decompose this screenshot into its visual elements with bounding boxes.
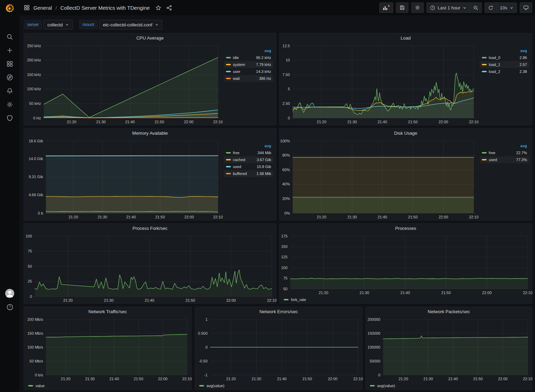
panel-title[interactable]: Load: [279, 33, 532, 42]
grafana-logo[interactable]: [4, 2, 16, 14]
chart-area[interactable]: 025507510021:2021:3021:4021:5022:0022:10: [24, 233, 276, 303]
y-axis-tick: 0.500: [198, 331, 208, 335]
page-title[interactable]: CollectD Server Metrics with TDengine: [60, 5, 150, 11]
refresh-interval-label: 10s: [500, 5, 507, 10]
series-fill-fork_rate: [290, 278, 528, 289]
x-axis-tick: 22:10: [353, 377, 363, 381]
legend-series-label[interactable]: used: [233, 165, 241, 169]
chart[interactable]: 05000010000015000020000021:2021:3021:402…: [366, 316, 532, 382]
add-panel-button[interactable]: [379, 2, 393, 13]
panel-title[interactable]: Network Errors/sec: [195, 307, 362, 316]
create-plus-icon[interactable]: [6, 47, 14, 54]
chart-area[interactable]: 05000010000015000020000021:2021:3021:402…: [366, 316, 532, 382]
y-axis-tick: 125: [281, 255, 287, 259]
chart-area[interactable]: 0%20%40%60%80%100%21:2021:3021:4021:5022…: [279, 137, 480, 220]
refresh-button[interactable]: [485, 2, 497, 13]
series-fill-cached: [46, 197, 218, 213]
legend: avg(value): [366, 382, 532, 390]
series-fill-idle: [44, 57, 218, 118]
y-axis-tick: 50: [283, 287, 287, 291]
panel-memory-available: Memory Available 0 b4.66 Gib9.31 Gib14.0…: [24, 128, 276, 220]
search-icon[interactable]: [6, 33, 14, 41]
chart[interactable]: -1-0.5000.500121:2021:3021:4021:5022:002…: [195, 316, 362, 382]
panel-network-errors: Network Errors/sec -1-0.5000.500121:2021…: [195, 307, 363, 390]
chart[interactable]: 507510012515017521:2021:3021:4021:5022:0…: [279, 233, 532, 296]
variable-server-value[interactable]: collectd: [43, 20, 73, 30]
panel-title[interactable]: Processes: [279, 224, 532, 233]
chart[interactable]: 0 Hz50 kHz100 kHz150 kHz200 kHz250 kHz21…: [24, 42, 224, 125]
legend-series-label[interactable]: load_1: [489, 62, 500, 67]
panel-title[interactable]: Network Traffic/sec: [24, 307, 191, 316]
chart-area[interactable]: 0 Hz50 kHz100 kHz150 kHz200 kHz250 kHz21…: [24, 42, 224, 125]
variable-mount-label: mount: [79, 20, 97, 30]
chart[interactable]: 02.5057.501012.521:2021:3021:4021:5022:0…: [279, 42, 480, 125]
chart-area[interactable]: 02.5057.501012.521:2021:3021:4021:5022:0…: [279, 42, 480, 125]
panel-title[interactable]: CPU Average: [24, 33, 276, 42]
panel-title[interactable]: Process Fork/sec: [24, 224, 276, 233]
x-axis-tick: 21:40: [378, 215, 387, 219]
legend-series-label[interactable]: user: [233, 69, 240, 74]
zoom-out-time-button[interactable]: [470, 2, 482, 13]
panel-title[interactable]: Disk Usage: [279, 128, 532, 137]
legend-series-label[interactable]: buffered: [233, 172, 247, 176]
y-axis-tick: 0 Hz: [33, 116, 41, 120]
user-avatar[interactable]: [5, 289, 15, 298]
dashboard-settings-button[interactable]: [411, 2, 424, 13]
chart[interactable]: 0 b4.66 Gib9.31 Gib14.0 Gib18.6 Gib21:20…: [24, 137, 224, 220]
y-axis-tick: 200 kHz: [27, 58, 41, 62]
chart[interactable]: 0%20%40%60%80%100%21:2021:3021:4021:5022…: [279, 137, 480, 220]
star-icon[interactable]: [155, 5, 161, 11]
panel-title[interactable]: Network Packets/sec: [366, 307, 532, 316]
chart-area[interactable]: 507510012515017521:2021:3021:4021:5022:0…: [279, 233, 532, 296]
x-axis-tick: 21:40: [277, 377, 287, 381]
y-axis-tick: 0 b/s: [35, 373, 43, 377]
time-range-picker[interactable]: Last 1 hour: [427, 2, 470, 13]
panel-process-fork: Process Fork/sec 025507510021:2021:3021:…: [24, 223, 276, 304]
refresh-interval-picker[interactable]: 10s: [497, 2, 517, 13]
legend-series-label[interactable]: avg(value): [377, 384, 395, 388]
chart-area[interactable]: -1-0.5000.500121:2021:3021:4021:5022:002…: [195, 316, 362, 382]
legend-series-label[interactable]: idle: [233, 56, 239, 60]
x-axis-tick: 21:20: [317, 120, 326, 124]
legend-avg-header[interactable]: avg: [224, 143, 273, 149]
cycle-view-mode-button[interactable]: [520, 2, 532, 13]
panel-body: 05000010000015000020000021:2021:3021:402…: [366, 316, 532, 390]
chart-area[interactable]: 0 b4.66 Gib9.31 Gib14.0 Gib18.6 Gib21:20…: [24, 137, 224, 220]
legend-avg-header[interactable]: avg: [480, 143, 529, 149]
panel-title[interactable]: Memory Available: [24, 128, 276, 137]
legend-item: user14.3 kHz: [224, 68, 273, 75]
legend-avg-header[interactable]: avg: [224, 48, 273, 54]
variable-mount-value[interactable]: etc-collectd-collectd.conf: [99, 20, 162, 30]
chart[interactable]: 025507510021:2021:3021:4021:5022:0022:10: [24, 233, 276, 303]
legend-series-label[interactable]: system: [233, 62, 245, 67]
explore-compass-icon[interactable]: [6, 74, 14, 81]
server-admin-shield-icon[interactable]: [6, 114, 14, 122]
legend-series-label[interactable]: load_0: [489, 56, 500, 60]
legend-series-label[interactable]: cached: [233, 158, 245, 162]
legend-series-label[interactable]: fork_rate: [291, 298, 306, 302]
clock-icon: [430, 5, 435, 10]
legend-series-label[interactable]: value: [35, 384, 44, 388]
breadcrumb-folder[interactable]: General: [33, 5, 52, 11]
help-icon[interactable]: ?: [6, 303, 14, 311]
x-axis-tick: 21:30: [347, 120, 357, 124]
chevron-down-icon: [65, 23, 69, 26]
legend-series-label[interactable]: used: [489, 158, 497, 162]
legend-color-dash: [226, 173, 231, 174]
x-axis-tick: 22:00: [226, 298, 236, 302]
legend-series-label[interactable]: load_2: [489, 69, 500, 74]
chart[interactable]: 0 b/s50 Mb/s100 Mb/s150 Mb/s200 Mb/s21:2…: [24, 316, 191, 382]
share-icon[interactable]: [166, 5, 172, 11]
save-dashboard-button[interactable]: [396, 2, 408, 13]
legend-color-dash: [482, 57, 487, 58]
legend-series-label[interactable]: avg(value): [206, 384, 224, 388]
y-axis-tick: 50 Mb/s: [30, 359, 43, 363]
legend-avg-header[interactable]: avg: [480, 48, 529, 54]
legend-series-label[interactable]: wait: [233, 76, 240, 81]
legend-series-label[interactable]: free: [489, 151, 495, 155]
dashboards-icon[interactable]: [6, 60, 14, 68]
legend-series-label[interactable]: free: [233, 151, 240, 155]
alerting-bell-icon[interactable]: [6, 87, 14, 95]
chart-area[interactable]: 0 b/s50 Mb/s100 Mb/s150 Mb/s200 Mb/s21:2…: [24, 316, 191, 382]
configuration-gear-icon[interactable]: [6, 101, 14, 108]
